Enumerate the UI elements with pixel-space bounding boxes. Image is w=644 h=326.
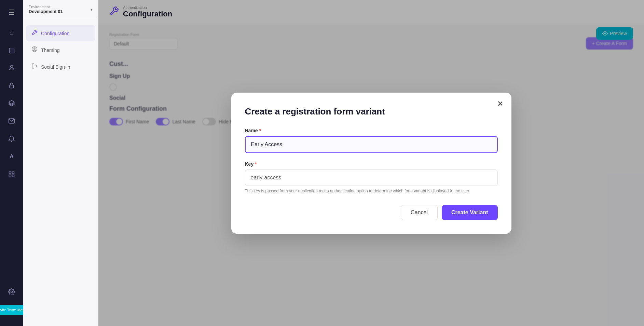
config-icon xyxy=(31,29,38,37)
svg-point-8 xyxy=(11,291,13,293)
sidebar-item-social-sign-in[interactable]: Social Sign-in xyxy=(26,59,95,75)
modal-actions: Cancel Create Variant xyxy=(245,205,498,220)
key-input[interactable] xyxy=(245,169,498,186)
svg-point-0 xyxy=(11,65,13,68)
menu-icon[interactable]: ☰ xyxy=(6,5,17,19)
modal-title: Create a registration form variant xyxy=(245,106,498,117)
svg-rect-4 xyxy=(9,172,11,174)
main-content: Authentication Configuration Registratio… xyxy=(98,0,644,326)
sidebar-item-label-configuration: Configuration xyxy=(41,31,69,36)
settings-icon[interactable] xyxy=(4,284,19,299)
sidebar-item-theming[interactable]: Theming xyxy=(26,42,95,58)
bell-icon[interactable] xyxy=(4,131,19,146)
svg-rect-1 xyxy=(10,85,14,88)
environment-selector[interactable]: Environment Development 01 ▾ xyxy=(23,0,98,19)
name-form-group: Name * xyxy=(245,128,498,153)
lock-icon[interactable] xyxy=(4,78,19,93)
left-panel: Environment Development 01 ▾ Configurati… xyxy=(23,0,98,326)
key-form-group: Key * This key is passed from your appli… xyxy=(245,161,498,194)
name-input[interactable] xyxy=(245,136,498,153)
create-variant-button[interactable]: Create Variant xyxy=(442,205,498,220)
theming-icon xyxy=(31,46,38,54)
sidebar-item-label-social: Social Sign-in xyxy=(41,64,70,70)
sidebar: ☰ ⌂ ▤ A Invite Team Members xyxy=(0,0,23,326)
create-variant-modal: ✕ Create a registration form variant Nam… xyxy=(231,93,511,234)
svg-rect-5 xyxy=(12,172,14,174)
key-hint: This key is passed from your application… xyxy=(245,188,498,194)
modal-overlay: ✕ Create a registration form variant Nam… xyxy=(98,0,644,326)
grid-icon[interactable] xyxy=(4,167,19,182)
name-required-star: * xyxy=(259,128,261,133)
social-sign-in-icon xyxy=(31,63,38,71)
key-label: Key * xyxy=(245,161,498,167)
svg-point-11 xyxy=(33,48,36,51)
list-icon[interactable]: ▤ xyxy=(4,42,19,57)
env-name: Development 01 xyxy=(29,9,63,14)
svg-rect-6 xyxy=(9,175,11,177)
home-icon[interactable]: ⌂ xyxy=(4,25,19,40)
sidebar-item-configuration[interactable]: Configuration xyxy=(26,25,95,41)
svg-rect-7 xyxy=(12,175,14,177)
user-icon[interactable] xyxy=(4,60,19,75)
chevron-down-icon: ▾ xyxy=(91,7,93,12)
sidebar-item-label-theming: Theming xyxy=(41,47,59,53)
svg-point-12 xyxy=(34,49,35,50)
layers-icon[interactable] xyxy=(4,96,19,111)
key-required-star: * xyxy=(255,161,257,167)
env-label: Environment xyxy=(29,5,63,9)
mail-icon[interactable] xyxy=(4,113,19,128)
translate-icon[interactable]: A xyxy=(4,149,19,164)
cancel-button[interactable]: Cancel xyxy=(401,205,438,220)
modal-close-button[interactable]: ✕ xyxy=(497,99,503,108)
name-label: Name * xyxy=(245,128,498,133)
